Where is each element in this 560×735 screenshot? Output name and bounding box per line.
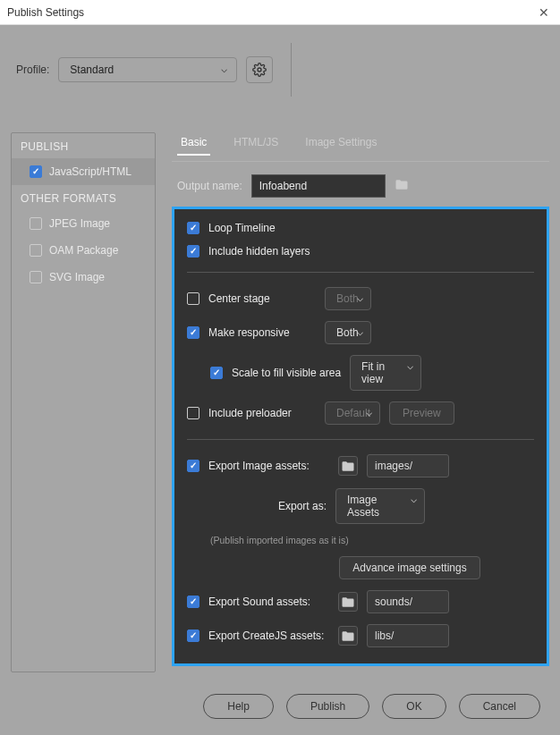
libs-path-input[interactable] (367, 624, 449, 647)
help-button[interactable]: Help (203, 694, 274, 719)
row-center: Center stage Both (187, 287, 534, 310)
row-scale: Scale to fill visible area Fit in view (210, 355, 534, 391)
main-panel: Basic HTML/JS Image Settings Output name… (172, 132, 549, 672)
checkbox-export-createjs[interactable] (187, 629, 199, 642)
row-hidden: Include hidden layers (187, 245, 534, 258)
tabs: Basic HTML/JS Image Settings (172, 132, 549, 162)
sidebar-item-label: SVG Image (49, 271, 105, 283)
footer: Help Publish OK Cancel (0, 681, 560, 735)
preview-button[interactable]: Preview (389, 401, 454, 425)
export-hint: (Publish imported images as it is) (210, 535, 534, 545)
scale-dropdown[interactable]: Fit in view (350, 355, 421, 391)
preloader-dropdown[interactable]: Default (325, 401, 380, 425)
sidebar-item-oam[interactable]: OAM Package (12, 237, 155, 264)
checkbox-hidden[interactable] (187, 245, 199, 258)
sidebar-item-js-html[interactable]: JavaScript/HTML (12, 158, 155, 185)
checkbox-preloader[interactable] (187, 407, 199, 419)
label-loop: Loop Timeline (208, 222, 276, 234)
row-loop: Loop Timeline (187, 222, 534, 234)
label-export-sound: Export Sound assets: (208, 596, 329, 608)
output-name-label: Output name: (177, 180, 242, 192)
checkbox-export-image[interactable] (187, 460, 199, 472)
label-responsive: Make responsive (208, 326, 316, 339)
sidebar: PUBLISH JavaScript/HTML OTHER FORMATS JP… (11, 132, 156, 672)
profile-dropdown[interactable]: Standard (58, 57, 237, 82)
sidebar-item-label: JPEG Image (49, 217, 110, 230)
folder-icon (395, 179, 409, 190)
profile-settings-button[interactable] (246, 56, 273, 83)
sounds-path-input[interactable] (367, 590, 449, 613)
row-export-as: Export as: Image Assets (187, 488, 534, 524)
label-center: Center stage (208, 292, 316, 305)
tab-basic[interactable]: Basic (177, 132, 210, 156)
row-export-image: Export Image assets: (187, 454, 534, 477)
browse-sounds-button[interactable] (338, 592, 358, 612)
label-hidden: Include hidden layers (208, 245, 310, 258)
sidebar-item-jpeg[interactable]: JPEG Image (12, 210, 155, 237)
label-export-as: Export as: (259, 500, 327, 512)
row-export-sound: Export Sound assets: (187, 590, 534, 613)
checkbox-jpeg[interactable] (30, 217, 42, 230)
checkbox-responsive[interactable] (187, 326, 199, 339)
checkbox-js-html[interactable] (30, 165, 42, 178)
body: PUBLISH JavaScript/HTML OTHER FORMATS JP… (0, 106, 560, 681)
tab-htmljs[interactable]: HTML/JS (230, 132, 282, 156)
checkbox-oam[interactable] (30, 244, 42, 257)
divider (291, 43, 292, 97)
label-preloader: Include preloader (208, 407, 316, 419)
checkbox-scale[interactable] (210, 367, 223, 379)
cancel-button[interactable]: Cancel (459, 694, 540, 719)
tab-image-settings[interactable]: Image Settings (301, 132, 380, 156)
gear-icon (252, 63, 267, 77)
separator (187, 272, 534, 273)
output-name-input[interactable] (251, 174, 386, 198)
row-responsive: Make responsive Both (187, 321, 534, 344)
label-scale: Scale to fill visible area (232, 367, 341, 379)
options-box: Loop Timeline Include hidden layers Cent… (172, 207, 549, 666)
separator (187, 439, 534, 440)
sidebar-item-label: OAM Package (49, 244, 118, 257)
checkbox-loop[interactable] (187, 222, 199, 234)
browse-output-icon[interactable] (395, 179, 409, 193)
row-advance: Advance image settings (187, 556, 534, 579)
responsive-dropdown[interactable]: Both (325, 321, 371, 344)
publish-button[interactable]: Publish (286, 694, 369, 719)
row-preloader: Include preloader Default Preview (187, 401, 534, 425)
output-row: Output name: (172, 162, 549, 207)
sidebar-head-other: OTHER FORMATS (12, 185, 155, 210)
label-export-image: Export Image assets: (208, 460, 329, 472)
sidebar-item-svg[interactable]: SVG Image (12, 264, 155, 291)
titlebar: Publish Settings ✕ (0, 0, 560, 25)
folder-icon (341, 460, 355, 472)
profile-label: Profile: (16, 63, 49, 76)
sidebar-head-publish: PUBLISH (12, 133, 155, 158)
window-title: Publish Settings (7, 6, 84, 19)
svg-point-0 (258, 68, 261, 72)
ok-button[interactable]: OK (382, 694, 445, 719)
folder-icon (341, 596, 355, 608)
close-icon[interactable]: ✕ (535, 5, 553, 20)
browse-libs-button[interactable] (338, 626, 358, 646)
center-dropdown[interactable]: Both (325, 287, 371, 310)
advance-image-settings-button[interactable]: Advance image settings (339, 556, 479, 579)
export-as-dropdown[interactable]: Image Assets (335, 488, 425, 524)
publish-settings-window: Publish Settings ✕ Profile: Standard PUB… (0, 0, 560, 735)
sidebar-item-label: JavaScript/HTML (49, 165, 132, 178)
profile-value: Standard (70, 63, 114, 76)
checkbox-export-sound[interactable] (187, 596, 199, 608)
images-path-input[interactable] (367, 454, 449, 477)
row-export-createjs: Export CreateJS assets: (187, 624, 534, 647)
checkbox-svg[interactable] (30, 271, 42, 283)
checkbox-center[interactable] (187, 292, 199, 305)
folder-icon (341, 630, 355, 642)
browse-images-button[interactable] (338, 456, 358, 476)
profile-row: Profile: Standard (0, 25, 560, 106)
label-export-createjs: Export CreateJS assets: (208, 629, 329, 642)
